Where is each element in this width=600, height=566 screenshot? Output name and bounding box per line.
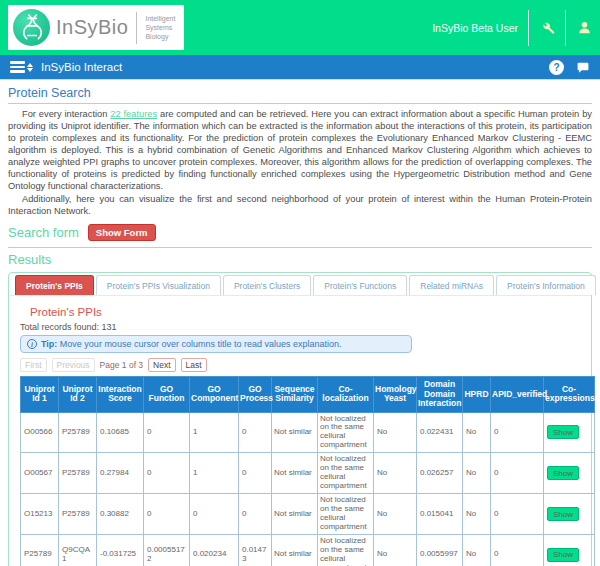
table-cell: Not similar bbox=[272, 534, 318, 566]
dna-logo-icon bbox=[13, 9, 50, 46]
tab-related-mirnas[interactable]: Related miRNAs bbox=[409, 275, 494, 295]
table-cell: 1 bbox=[190, 412, 239, 453]
pagination-first-button[interactable]: First bbox=[20, 358, 47, 372]
page-content: Protein Search For every interaction 22 … bbox=[0, 86, 600, 566]
insybio-logo[interactable]: InSyBio Intelligent Systems Biology bbox=[8, 5, 184, 50]
table-cell: -0.031725 bbox=[97, 534, 144, 566]
pagination: First Previous Page 1 of 3 Next Last bbox=[20, 358, 581, 372]
table-cell: O00566 bbox=[21, 412, 59, 453]
table-cell: 0.10685 bbox=[97, 412, 144, 453]
protein-ppis-panel: Protein's PPIs Total records found: 131 … bbox=[9, 296, 591, 566]
table-cell: 0 bbox=[144, 453, 190, 494]
column-header-co-localization[interactable]: Co-localization bbox=[318, 377, 374, 413]
table-cell: 0 bbox=[190, 494, 239, 535]
column-header-hprd[interactable]: HPRD bbox=[463, 377, 491, 413]
table-cell: No bbox=[374, 494, 417, 535]
table-cell: No bbox=[463, 412, 491, 453]
column-header-interaction-score[interactable]: Interaction Score bbox=[97, 377, 144, 413]
column-header-co-expressions[interactable]: Co-expressions bbox=[544, 377, 595, 413]
column-header-go-function[interactable]: GO Function bbox=[144, 377, 190, 413]
table-cell: 0 bbox=[144, 494, 190, 535]
account-user-icon[interactable] bbox=[576, 20, 592, 36]
settings-wrench-icon[interactable] bbox=[539, 20, 555, 36]
table-cell: No bbox=[374, 412, 417, 453]
table-cell: No bbox=[463, 534, 491, 566]
search-form-section: Search form Show Form bbox=[8, 224, 592, 241]
column-header-homology-yeast[interactable]: Homology Yeast bbox=[374, 377, 417, 413]
table-cell: 0 bbox=[491, 453, 544, 494]
table-cell: No bbox=[374, 453, 417, 494]
header-divider bbox=[565, 10, 566, 46]
column-header-go-component[interactable]: GO Component bbox=[190, 377, 239, 413]
menu-hamburger-icon[interactable] bbox=[10, 61, 33, 73]
column-header-apid-verified[interactable]: APID_verified bbox=[491, 377, 544, 413]
table-cell: 0.015041 bbox=[417, 494, 463, 535]
pagination-previous-button[interactable]: Previous bbox=[52, 358, 95, 372]
panel-title: Protein's PPIs bbox=[30, 306, 581, 318]
table-cell: 0.022431 bbox=[417, 412, 463, 453]
pagination-next-button[interactable]: Next bbox=[148, 358, 175, 372]
table-cell: Not localized on the same cellural compa… bbox=[318, 494, 374, 535]
app-navbar: InSyBio Interact bbox=[0, 55, 600, 80]
table-cell-coexpressions: Show bbox=[544, 534, 595, 566]
show-coexpressions-button[interactable]: Show bbox=[547, 466, 579, 480]
table-cell-coexpressions: Show bbox=[544, 412, 595, 453]
tab-protein-s-clusters[interactable]: Protein's Clusters bbox=[223, 275, 311, 295]
table-row: O00566P257890.10685010Not similarNot loc… bbox=[21, 412, 595, 453]
pagination-page-info: Page 1 of 3 bbox=[100, 360, 143, 370]
logo-tagline: Intelligent Systems Biology bbox=[145, 14, 175, 41]
table-cell: 0.020234 bbox=[190, 534, 239, 566]
intro-paragraph: For every interaction 22 features are co… bbox=[8, 108, 592, 192]
page-title: Protein Search bbox=[8, 86, 592, 100]
table-cell: 0 bbox=[491, 494, 544, 535]
table-cell: 0.01473 bbox=[239, 534, 272, 566]
column-header-uniprot-id-2[interactable]: Uniprot Id 2 bbox=[59, 377, 97, 413]
search-form-heading: Search form bbox=[8, 225, 79, 240]
table-header-row: Uniprot Id 1Uniprot Id 2Interaction Scor… bbox=[21, 377, 595, 413]
tab-protein-s-functions[interactable]: Protein's Functions bbox=[313, 275, 407, 295]
logo-divider bbox=[136, 12, 137, 44]
table-cell-coexpressions: Show bbox=[544, 453, 595, 494]
table-cell: 0.30882 bbox=[97, 494, 144, 535]
table-cell: No bbox=[463, 494, 491, 535]
pagination-last-button[interactable]: Last bbox=[181, 358, 207, 372]
chat-icon[interactable] bbox=[576, 61, 590, 74]
table-row: O00567P257890.27984010Not similarNot loc… bbox=[21, 453, 595, 494]
table-cell: O00567 bbox=[21, 453, 59, 494]
table-cell: Not similar bbox=[272, 412, 318, 453]
app-window: InSyBio Intelligent Systems Biology InSy… bbox=[0, 0, 600, 566]
header-user-area: InSyBio Beta User bbox=[432, 0, 592, 55]
table-cell: No bbox=[374, 534, 417, 566]
table-cell: P25789 bbox=[59, 412, 97, 453]
column-header-go-process[interactable]: GO Process bbox=[239, 377, 272, 413]
table-cell: 0 bbox=[491, 534, 544, 566]
table-cell: Not similar bbox=[272, 453, 318, 494]
show-coexpressions-button[interactable]: Show bbox=[547, 507, 579, 521]
table-cell: Not localized on the same cellural compa… bbox=[318, 412, 374, 453]
tab-protein-s-ppis[interactable]: Protein's PPIs bbox=[15, 275, 94, 295]
column-header-domain-domain-interaction[interactable]: Domain Domain Interaction bbox=[417, 377, 463, 413]
tab-protein-s-ppis-visualization[interactable]: Protein's PPIs Visualization bbox=[96, 275, 221, 295]
tip-box: Tip: Move your mouse cursor over columns… bbox=[20, 335, 412, 353]
help-icon[interactable] bbox=[549, 60, 564, 75]
show-form-button[interactable]: Show Form bbox=[88, 224, 156, 241]
app-header: InSyBio Intelligent Systems Biology InSy… bbox=[0, 0, 600, 55]
table-cell: No bbox=[463, 453, 491, 494]
table-row: O15213P257890.30882000Not similarNot loc… bbox=[21, 494, 595, 535]
results-heading: Results bbox=[8, 252, 592, 267]
table-row: P25789Q9CQA1-0.0317250.000551720.0202340… bbox=[21, 534, 595, 566]
show-coexpressions-button[interactable]: Show bbox=[547, 548, 579, 562]
show-coexpressions-button[interactable]: Show bbox=[547, 425, 579, 439]
info-icon bbox=[27, 339, 37, 349]
table-cell-coexpressions: Show bbox=[544, 494, 595, 535]
table-cell: P25789 bbox=[59, 453, 97, 494]
tab-protein-s-information[interactable]: Protein's Information bbox=[496, 275, 596, 295]
table-cell: P25789 bbox=[21, 534, 59, 566]
table-cell: Not similar bbox=[272, 494, 318, 535]
features-link[interactable]: 22 features bbox=[110, 109, 157, 119]
intro-paragraph-2: Additionally, here you can visualize the… bbox=[8, 193, 592, 217]
column-header-sequence-similarity[interactable]: Sequence Similarity bbox=[272, 377, 318, 413]
table-cell: O15213 bbox=[21, 494, 59, 535]
title-divider bbox=[8, 103, 592, 104]
column-header-uniprot-id-1[interactable]: Uniprot Id 1 bbox=[21, 377, 59, 413]
